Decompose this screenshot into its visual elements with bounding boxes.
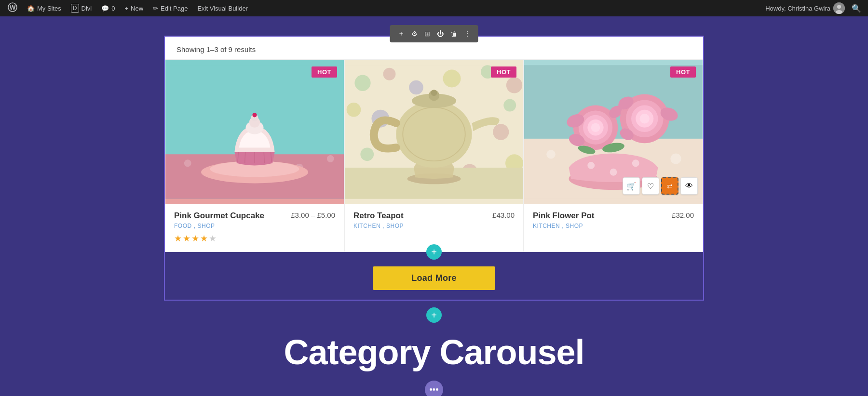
star-rating-cupcake: ★ ★ ★ ★ ★ [174, 233, 335, 244]
product-title-teapot: Retro Teapot [353, 211, 404, 221]
plus-icon-top: + [431, 247, 437, 258]
product-actions-flowerpot: 🛒 ♡ ⇄ 👁 [623, 177, 698, 195]
quick-view-button[interactable]: 👁 [680, 177, 698, 195]
cart-icon: 🛒 [626, 182, 636, 191]
home-icon: 🏠 [27, 5, 35, 12]
toolbar-delete-icon: 🗑 [450, 30, 457, 38]
product-info-flowerpot: Pink Flower Pot £32.00 KITCHEN , SHOP [524, 204, 703, 237]
product-image-wrap-cupcake: HOT [165, 60, 344, 204]
eye-icon: 👁 [685, 182, 693, 190]
product-cats-flowerpot: KITCHEN , SHOP [533, 223, 694, 229]
admin-bar-left: W 🏠 My Sites D Divi 💬 0 + New ✏ Edit Pag… [4, 0, 765, 16]
cat-kitchen-1[interactable]: KITCHEN [353, 223, 380, 229]
svg-point-27 [443, 70, 461, 88]
my-sites-item[interactable]: 🏠 My Sites [23, 0, 65, 16]
svg-point-24 [354, 75, 370, 91]
product-price-cupcake: £3.00 – £5.00 [291, 211, 335, 219]
product-info-teapot: Retro Teapot £43.00 KITCHEN , SHOP [345, 204, 523, 237]
svg-point-34 [360, 147, 374, 161]
compare-button[interactable]: ⇄ [661, 177, 678, 195]
toolbar-more-icon: ⋮ [464, 30, 471, 38]
toolbar-disable-button[interactable]: ⏻ [434, 28, 447, 40]
exit-visual-builder[interactable]: Exit Visual Builder [193, 0, 252, 16]
load-more-button[interactable]: Load More [373, 266, 495, 290]
toolbar-settings-button[interactable]: ⚙ [408, 28, 420, 40]
toolbar-add-button[interactable]: ＋ [395, 27, 407, 40]
product-title-row-flowerpot: Pink Flower Pot £32.00 [533, 211, 694, 221]
new-label: New [131, 5, 143, 12]
svg-point-25 [383, 68, 396, 80]
star-2: ★ [183, 233, 190, 244]
toolbar-disable-icon: ⏻ [437, 30, 444, 38]
add-section-bottom-button[interactable]: + [426, 307, 442, 323]
wishlist-button[interactable]: ♡ [642, 177, 659, 195]
add-section-bottom-wrap: + [0, 307, 868, 323]
plus-icon-bottom: + [431, 310, 437, 321]
svg-point-45 [431, 90, 437, 96]
wp-logo-item[interactable]: W [4, 0, 21, 16]
product-info-cupcake: Pink Gourmet Cupcake £3.00 – £5.00 FOOD … [165, 204, 344, 251]
product-title-row-cupcake: Pink Gourmet Cupcake £3.00 – £5.00 [174, 211, 335, 221]
category-carousel-title: Category Carousel [0, 328, 868, 372]
compare-icon: ⇄ [667, 182, 673, 190]
svg-text:W: W [10, 4, 16, 11]
load-more-label: Load More [411, 273, 457, 283]
results-count: Showing 1–3 of 9 results [176, 45, 256, 53]
cat-shop-1[interactable]: SHOP [198, 223, 215, 229]
add-to-cart-button[interactable]: 🛒 [623, 177, 640, 195]
shop-section: ＋ ⚙ ⊞ ⏻ 🗑 ⋮ Showing 1–3 of 9 results [164, 36, 704, 301]
product-title-row-teapot: Retro Teapot £43.00 [353, 211, 515, 221]
svg-point-30 [347, 103, 361, 117]
section-options-button[interactable]: ••• [425, 381, 443, 396]
svg-point-66 [640, 114, 650, 123]
divi-icon: D [71, 4, 79, 13]
edit-page-item[interactable]: ✏ Edit Page [149, 0, 191, 16]
svg-point-26 [409, 80, 423, 95]
admin-bar: W 🏠 My Sites D Divi 💬 0 + New ✏ Edit Pag… [0, 0, 868, 16]
toolbar-settings-icon: ⚙ [411, 30, 418, 38]
load-more-container: + Load More [165, 252, 703, 300]
product-image-teapot [345, 60, 523, 204]
add-section-top-button[interactable]: + [426, 244, 442, 260]
comment-icon: 💬 [101, 5, 109, 12]
cat-shop-3[interactable]: SHOP [566, 223, 583, 229]
product-image-cupcake [165, 60, 344, 204]
svg-point-49 [670, 153, 681, 164]
product-card-cupcake: HOT Pink Gourmet Cupcake £3.00 – £5.00 F… [165, 59, 344, 252]
svg-point-33 [493, 124, 509, 140]
product-card-flowerpot: HOT 🛒 ♡ ⇄ 👁 [524, 59, 703, 252]
wp-icon: W [8, 2, 17, 14]
svg-point-4 [836, 10, 842, 14]
toolbar-add-icon: ＋ [398, 29, 405, 37]
svg-point-22 [252, 113, 257, 117]
svg-point-58 [591, 123, 600, 132]
product-image-wrap-teapot: HOT [345, 60, 523, 204]
cat-shop-2[interactable]: SHOP [386, 223, 404, 229]
product-title-flowerpot: Pink Flower Pot [533, 211, 595, 221]
hot-badge-teapot: HOT [491, 66, 516, 78]
star-5: ★ [209, 233, 217, 244]
svg-point-3 [837, 5, 841, 9]
cat-food[interactable]: FOOD [174, 223, 192, 229]
cat-kitchen-2[interactable]: KITCHEN [533, 223, 560, 229]
edit-page-label: Edit Page [161, 5, 188, 12]
new-item[interactable]: + New [121, 0, 147, 16]
toolbar-delete-button[interactable]: 🗑 [448, 28, 460, 40]
product-cats-teapot: KITCHEN , SHOP [353, 223, 515, 229]
plus-icon: + [124, 5, 128, 12]
options-button-wrap: ••• [0, 376, 868, 396]
star-1: ★ [174, 233, 182, 244]
divi-label: Divi [81, 5, 92, 12]
svg-point-52 [632, 159, 639, 167]
options-dots-icon: ••• [430, 385, 439, 395]
comments-count: 0 [111, 5, 115, 12]
svg-point-48 [546, 150, 556, 159]
divi-item[interactable]: D Divi [67, 0, 95, 16]
my-sites-label: My Sites [37, 5, 61, 12]
user-greeting: Howdy, Christina Gwira [765, 2, 845, 14]
toolbar-more-button[interactable]: ⋮ [461, 28, 474, 40]
user-avatar [833, 2, 845, 14]
toolbar-duplicate-button[interactable]: ⊞ [421, 28, 433, 40]
comments-item[interactable]: 💬 0 [97, 0, 119, 16]
search-icon[interactable]: 🔍 [849, 4, 864, 13]
